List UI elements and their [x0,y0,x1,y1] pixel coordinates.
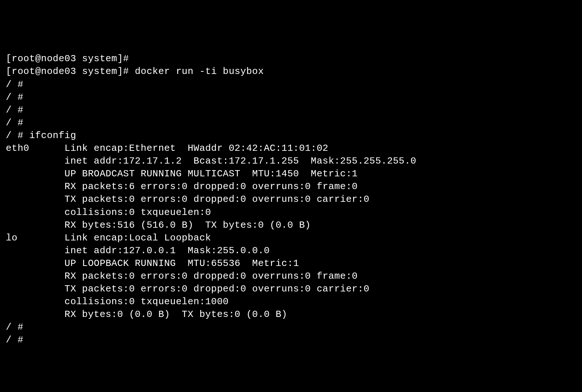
terminal-line: [root@node03 system]# [6,52,576,65]
terminal-line: UP BROADCAST RUNNING MULTICAST MTU:1450 … [6,168,576,180]
terminal-line: / # [6,334,576,346]
terminal-line: lo Link encap:Local Loopback [6,232,576,244]
terminal-line: RX packets:0 errors:0 dropped:0 overruns… [6,270,576,283]
terminal-line: inet addr:172.17.1.2 Bcast:172.17.1.255 … [6,155,576,168]
terminal-line: RX bytes:0 (0.0 B) TX bytes:0 (0.0 B) [6,308,576,321]
terminal-line: / # ifconfig [6,129,576,142]
terminal-line: TX packets:0 errors:0 dropped:0 overruns… [6,193,576,206]
terminal-line: collisions:0 txqueuelen:1000 [6,295,576,308]
terminal-line: RX packets:6 errors:0 dropped:0 overruns… [6,180,576,193]
terminal-line: / # [6,321,576,334]
terminal-line: inet addr:127.0.0.1 Mask:255.0.0.0 [6,244,576,257]
terminal-line: RX bytes:516 (516.0 B) TX bytes:0 (0.0 B… [6,219,576,232]
terminal-line: TX packets:0 errors:0 dropped:0 overruns… [6,283,576,295]
terminal-line: [root@node03 system]# docker run -ti bus… [6,65,576,78]
terminal-line: / # [6,91,576,104]
terminal-line: eth0 Link encap:Ethernet HWaddr 02:42:AC… [6,142,576,155]
terminal-line: / # [6,104,576,117]
terminal-output[interactable]: [root@node03 system]#[root@node03 system… [6,52,576,346]
terminal-line: collisions:0 txqueuelen:0 [6,206,576,219]
terminal-line: UP LOOPBACK RUNNING MTU:65536 Metric:1 [6,257,576,270]
terminal-line: / # [6,78,576,91]
terminal-line: / # [6,117,576,129]
